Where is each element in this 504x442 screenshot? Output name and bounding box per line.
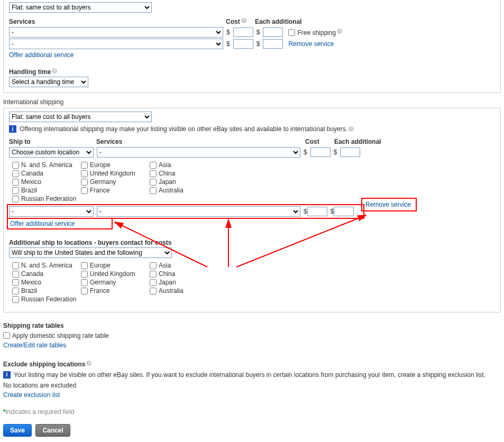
region-checkbox[interactable] — [81, 279, 88, 286]
intl-service-1-select[interactable]: - — [97, 147, 300, 158]
exclude-heading: Exclude shipping locations? — [3, 361, 501, 368]
region-checkbox[interactable] — [150, 288, 157, 294]
apply-domestic-rate-table-label: Apply domestic shipping rate table — [12, 332, 109, 339]
intl-cost-1-input[interactable] — [310, 148, 331, 157]
free-shipping-checkbox[interactable] — [288, 29, 295, 36]
cost-label: Cost — [226, 18, 240, 25]
intl-cost-label: Cost — [305, 138, 319, 145]
domestic-service-2-select[interactable]: - — [9, 39, 223, 49]
domestic-each-additional-1-input[interactable] — [263, 27, 283, 37]
domestic-each-additional-2-input[interactable] — [263, 39, 283, 49]
domestic-cost-2-input[interactable] — [233, 39, 253, 49]
intl-service-row-1: Choose custom location - $ $ — [9, 147, 495, 158]
free-shipping-label: Free shipping — [297, 29, 336, 36]
intl-region-grid-2: N. and S. America Europe Asia Canada Uni… — [12, 261, 495, 303]
services-label: Services — [9, 18, 35, 25]
annotation-box-remove: Remove service — [361, 198, 417, 211]
help-icon[interactable]: ? — [241, 18, 246, 23]
region-checkbox[interactable] — [81, 179, 88, 186]
region-checkbox[interactable] — [12, 296, 19, 303]
intl-services-label: Services — [96, 138, 122, 145]
intl-cost-type-select[interactable]: Flat: same cost to all buyers — [9, 112, 152, 122]
domestic-service-row-2: - $ $ Remove service — [9, 39, 495, 49]
region-checkbox[interactable] — [12, 279, 19, 286]
intl-service-2-select[interactable]: - — [97, 206, 300, 217]
intl-each-additional-2-input[interactable] — [334, 207, 354, 216]
region-checkbox[interactable] — [150, 262, 157, 269]
region-checkbox[interactable] — [12, 162, 19, 169]
region-checkbox[interactable] — [150, 187, 157, 194]
region-checkbox[interactable] — [81, 271, 88, 278]
create-edit-rate-tables-link[interactable]: Create/Edit rate tables — [3, 342, 66, 349]
region-checkbox[interactable] — [12, 179, 19, 186]
region-checkbox[interactable] — [150, 179, 157, 186]
offer-additional-service-link[interactable]: Offer additional service — [9, 51, 74, 59]
domestic-shipping-panel: Flat: same cost to all buyers Services C… — [3, 0, 501, 93]
region-checkbox[interactable] — [150, 271, 157, 278]
region-checkbox[interactable] — [12, 170, 19, 177]
handling-time-select[interactable]: Select a handling time — [9, 77, 88, 87]
region-checkbox[interactable] — [12, 262, 19, 269]
help-icon[interactable]: ? — [52, 68, 57, 73]
rate-tables-section: Shipping rate tables Apply domestic ship… — [3, 322, 501, 349]
exclude-info-text: Your listing may be visible on other eBa… — [14, 371, 485, 379]
additional-locations-select[interactable]: Will ship to the United States and the f… — [9, 247, 172, 258]
help-icon[interactable]: ? — [349, 126, 354, 132]
region-checkbox[interactable] — [12, 271, 19, 278]
intl-region-grid-1: N. and S. America Europe Asia Canada Uni… — [12, 161, 495, 203]
intl-shipto-1-select[interactable]: Choose custom location — [9, 147, 94, 158]
intl-shipto-2-select[interactable]: - — [9, 206, 94, 217]
region-checkbox[interactable] — [150, 162, 157, 169]
intl-cost-2-input[interactable] — [307, 207, 327, 216]
region-checkbox[interactable] — [12, 196, 19, 202]
remove-service-link[interactable]: Remove service — [288, 40, 334, 48]
intl-shipping-panel: Flat: same cost to all buyers i Offering… — [3, 108, 501, 312]
rate-tables-heading: Shipping rate tables — [3, 322, 501, 329]
ship-to-label: Ship to — [9, 138, 31, 145]
region-checkbox[interactable] — [81, 262, 88, 269]
info-icon: i — [3, 371, 11, 379]
apply-domestic-rate-table-checkbox[interactable] — [3, 332, 10, 339]
create-exclusion-list-link[interactable]: Create exclusion list — [3, 391, 60, 399]
intl-remove-service-link[interactable]: Remove service — [365, 201, 411, 208]
intl-each-additional-label: Each additional — [334, 138, 381, 145]
annotation-box-row: - - $ $ — [7, 204, 364, 219]
domestic-service-row-1: - $ $ Free shipping? — [9, 27, 495, 38]
region-checkbox[interactable] — [12, 288, 19, 294]
region-checkbox[interactable] — [150, 170, 157, 177]
region-checkbox[interactable] — [12, 187, 19, 194]
info-icon: i — [9, 125, 16, 133]
help-icon[interactable]: ? — [337, 29, 342, 34]
region-checkbox[interactable] — [81, 170, 88, 177]
additional-locations-label: Additional ship to locations - buyers co… — [9, 239, 495, 246]
save-button[interactable]: Save — [3, 424, 32, 437]
cancel-button[interactable]: Cancel — [35, 424, 70, 437]
required-indicator: *indicates a required field — [3, 408, 501, 416]
help-icon[interactable]: ? — [86, 361, 91, 366]
each-additional-label: Each additional — [255, 18, 302, 25]
intl-info-text: Offering international shipping may make… — [20, 125, 347, 133]
region-checkbox[interactable] — [81, 288, 88, 294]
exclude-none-text: No locations are excluded — [3, 382, 501, 389]
region-checkbox[interactable] — [81, 162, 88, 169]
domestic-cost-type-select[interactable]: Flat: same cost to all buyers — [9, 2, 152, 13]
intl-offer-additional-service-link[interactable]: Offer additional service — [10, 220, 75, 227]
domestic-cost-1-input[interactable] — [233, 27, 253, 37]
domestic-service-1-select[interactable]: - — [9, 27, 223, 38]
region-checkbox[interactable] — [81, 187, 88, 194]
intl-shipping-heading: International shipping — [3, 98, 501, 106]
region-checkbox[interactable] — [150, 279, 157, 286]
annotation-box-offer: Offer additional service — [7, 218, 113, 229]
intl-each-additional-1-input[interactable] — [340, 148, 360, 157]
handling-time-label: Handling time? — [9, 68, 495, 76]
exclude-section: Exclude shipping locations? i Your listi… — [3, 361, 501, 399]
